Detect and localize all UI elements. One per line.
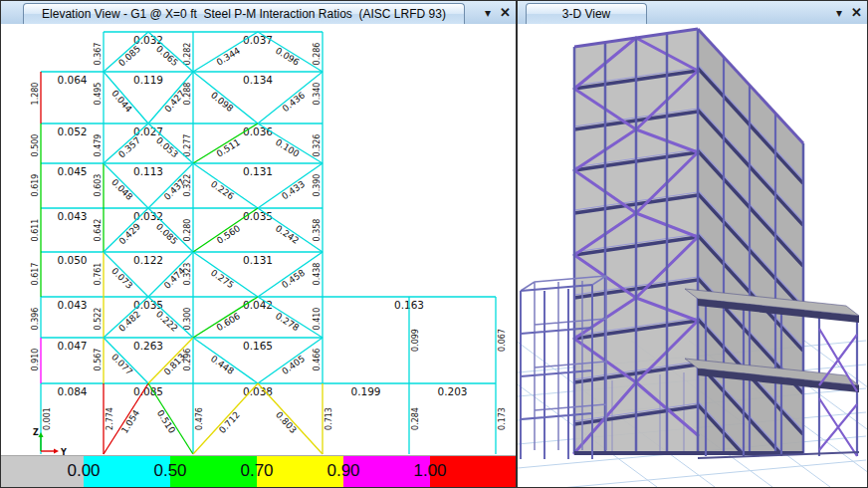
member-ratio-label: 0.100	[274, 137, 301, 159]
three-d-content	[518, 24, 867, 487]
member-ratio-label: 0.611	[31, 219, 40, 242]
member-ratio-label: 1.054	[119, 408, 141, 435]
member-ratio-label: 0.275	[209, 268, 236, 291]
close-icon[interactable]: ✕	[851, 6, 862, 19]
elevation-window: Elevation View - G1 @ X=0 ft Steel P-M I…	[1, 1, 516, 487]
member-ratio-label: 0.122	[133, 254, 163, 266]
member-ratio-label: 0.642	[94, 219, 103, 242]
member-ratio-label: 0.036	[243, 125, 273, 137]
elevation-content: 0.0320.0370.0640.1190.1340.0520.0270.036…	[1, 24, 516, 487]
member-ratio-label: 0.043	[57, 299, 87, 311]
member-ratio-label: 0.263	[133, 340, 163, 352]
member-ratio-label: 0.165	[243, 340, 273, 352]
member-ratio-label: 0.510	[155, 408, 177, 435]
member-ratio-label: 0.761	[94, 263, 103, 286]
axis-triad: Z Y	[33, 428, 67, 457]
member-ratio-label: 0.113	[133, 165, 163, 177]
member-ratio-label: 0.619	[31, 174, 40, 197]
member-ratio-label: 0.052	[57, 125, 87, 137]
member-ratio-label: 0.096	[274, 46, 301, 68]
window-menu-icon[interactable]: ▾	[836, 7, 842, 19]
member-ratio-label: 0.500	[31, 134, 40, 157]
legend-tick-label: 1.00	[413, 461, 446, 481]
member-ratio-label: 0.032	[133, 210, 163, 222]
member-ratio-label: 0.448	[209, 354, 236, 376]
member-ratio-label: 0.438	[313, 263, 322, 286]
member-ratio-label: 0.344	[215, 46, 242, 68]
member-ratio-label: 0.084	[57, 385, 87, 397]
member-ratio-label: 0.001	[43, 407, 52, 430]
member-ratio-label: 0.085	[154, 221, 179, 246]
tower-right-face	[698, 29, 803, 487]
member-ratio-label: 0.073	[109, 266, 134, 291]
member-ratio-label: 0.466	[313, 349, 322, 371]
member-ratio-label: 0.495	[94, 83, 103, 106]
member-ratio-label: 0.606	[215, 311, 242, 333]
member-ratio-label: 0.405	[280, 354, 307, 376]
member-ratio-label: 0.396	[31, 308, 40, 331]
three-d-window-title: 3-D View	[562, 7, 610, 21]
member-ratio-label: 0.617	[31, 263, 40, 286]
3d-view-canvas[interactable]	[518, 24, 867, 487]
member-ratio-label: 0.458	[280, 267, 307, 290]
member-ratio-label: 1.280	[31, 83, 40, 106]
member-ratio-label: 0.226	[209, 179, 236, 202]
three-d-titlebar: 3-D View ▾ ✕	[518, 1, 867, 25]
member-ratio-label: 0.045	[57, 165, 87, 177]
member-ratio-label: 0.278	[274, 311, 301, 333]
axis-z-label: Z	[33, 428, 39, 437]
member-ratio-label: 0.037	[243, 34, 273, 46]
member-ratio-label: 0.282	[183, 43, 192, 66]
close-icon[interactable]: ✕	[500, 6, 511, 19]
elevation-view-canvas[interactable]: 0.0320.0370.0640.1190.1340.0520.0270.036…	[1, 24, 516, 487]
member-ratio-label: 0.098	[209, 90, 236, 114]
member-ratio-label: 0.280	[183, 219, 192, 242]
member-ratio-label: 0.603	[94, 174, 103, 197]
member-ratio-label: 0.429	[117, 221, 143, 246]
member-ratio-label: 0.326	[313, 134, 322, 157]
member-ratio-label: 0.199	[350, 385, 380, 397]
member-ratio-label: 0.522	[94, 308, 103, 331]
member-ratio-label: 0.119	[133, 74, 163, 86]
three-d-window-tab[interactable]: 3-D View	[526, 3, 647, 24]
member-ratio-label: 0.410	[313, 308, 322, 331]
member-ratio-label: 0.358	[313, 219, 322, 242]
member-ratio-label: 0.035	[133, 299, 163, 311]
member-ratio-label: 0.433	[280, 179, 307, 202]
window-menu-icon[interactable]: ▾	[485, 7, 491, 19]
elevation-window-tab[interactable]: Elevation View - G1 @ X=0 ft Steel P-M I…	[23, 3, 465, 24]
three-d-window: 3-D View ▾ ✕	[518, 1, 867, 487]
member-ratio-label: 0.479	[94, 134, 103, 157]
elevation-window-title: Elevation View - G1 @ X=0 ft Steel P-M I…	[42, 7, 446, 21]
member-ratio-label: 0.476	[195, 407, 204, 430]
legend-tick-label: 0.00	[67, 461, 100, 481]
member-ratio-label: 0.390	[313, 174, 322, 197]
member-ratio-label: 0.436	[281, 90, 308, 114]
member-ratio-label: 0.277	[183, 134, 192, 157]
member-ratio-label: 0.043	[57, 210, 87, 222]
member-ratio-label: 0.286	[313, 43, 322, 66]
member-ratio-label: 0.027	[133, 125, 163, 137]
member-ratio-label: 0.048	[109, 177, 134, 202]
member-ratio-label: 0.047	[57, 340, 87, 352]
member-ratio-label: 0.910	[31, 349, 40, 371]
member-ratio-label: 2.774	[106, 407, 114, 430]
member-ratio-label: 0.511	[215, 137, 242, 159]
member-ratio-label: 0.567	[94, 349, 103, 371]
member-ratio-label: 0.284	[411, 407, 420, 430]
legend-tick-label: 0.50	[153, 461, 186, 481]
member-ratio-label: 0.713	[325, 407, 333, 430]
member-ratio-label: 0.050	[57, 254, 87, 266]
member-ratio-label: 0.085	[133, 385, 163, 397]
member-ratio-label: 0.242	[274, 223, 301, 246]
member-ratio-label: 0.067	[498, 329, 507, 352]
member-ratio-label: 0.134	[243, 74, 273, 86]
member-ratio-label: 0.131	[243, 165, 273, 177]
member-ratio-label: 0.340	[313, 83, 322, 106]
member-ratio-label: 0.077	[109, 352, 134, 376]
member-ratio-label: 0.203	[437, 385, 467, 397]
elevation-titlebar: Elevation View - G1 @ X=0 ft Steel P-M I…	[1, 1, 516, 25]
ratio-color-legend: 0.000.500.700.901.00	[1, 455, 516, 487]
member-ratio-label: 0.173	[498, 407, 507, 430]
legend-tick-label: 0.90	[326, 461, 359, 481]
